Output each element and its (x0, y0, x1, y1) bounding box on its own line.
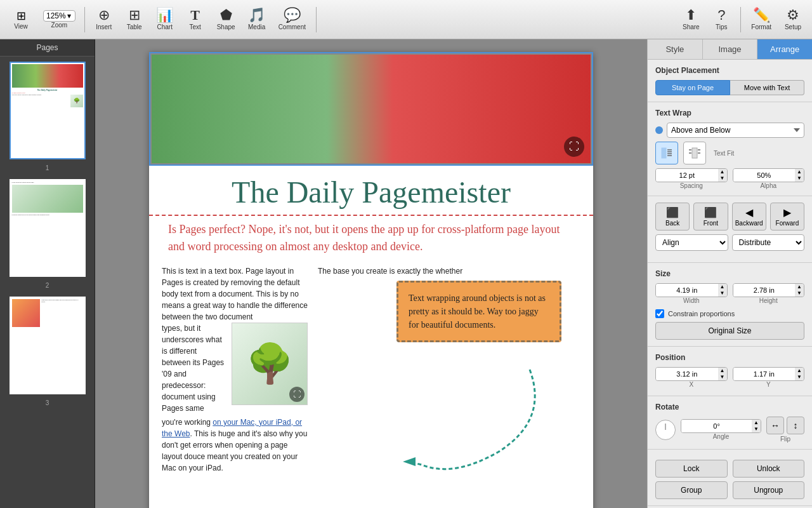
page-thumb-1[interactable]: The Daily Pagemeister Is Pages perfect? … (10, 62, 86, 159)
backward-label: Backward (735, 220, 763, 227)
alpha-up-btn[interactable]: ▲ (795, 169, 804, 175)
share-icon: ⬆ (685, 8, 697, 22)
x-up-btn[interactable]: ▲ (718, 368, 727, 374)
page-thumb-2[interactable]: Lorem ipsum text content second page... … (10, 179, 86, 277)
position-section: Position ▲ ▼ X ▲ (648, 347, 812, 396)
group-btn[interactable]: Group (655, 481, 728, 499)
zoom-label: Zoom (51, 22, 68, 29)
chart-button[interactable]: 📊 Chart (151, 6, 179, 33)
flip-vertical-btn[interactable]: ↕ (787, 417, 804, 434)
insert-label: Insert (96, 23, 112, 30)
tips-button[interactable]: ? Tips (707, 6, 735, 33)
text-wrap-mode-select[interactable]: Above and Below Around None Inline with … (667, 123, 804, 138)
spacing-input[interactable] (656, 169, 718, 182)
rotate-controls: ▲ ▼ Angle ↔ ↕ Flip (655, 417, 804, 443)
arrange-row: ⬛ Back ⬛ Front ◀ Backward ▶ Forward (655, 203, 804, 231)
back-btn[interactable]: ⬛ Back (655, 203, 690, 231)
text-fit-label: Text Fit (714, 150, 734, 157)
stay-on-page-btn[interactable]: Stay on Page (655, 80, 730, 95)
spacing-down-btn[interactable]: ▼ (718, 175, 727, 182)
width-input[interactable] (656, 284, 718, 297)
original-size-btn[interactable]: Original Size (655, 322, 804, 340)
unlock-btn[interactable]: Unlock (733, 460, 805, 478)
object-placement-section: Object Placement Stay on Page Move with … (648, 60, 812, 102)
height-label: Height (733, 297, 805, 304)
lock-btn[interactable]: Lock (655, 460, 728, 478)
backward-btn[interactable]: ◀ Backward (732, 203, 766, 231)
y-down-btn[interactable]: ▼ (795, 374, 804, 380)
front-icon: ⬛ (704, 206, 717, 218)
media-label: Media (248, 23, 265, 30)
forward-btn[interactable]: ▶ Forward (770, 203, 804, 231)
align-select[interactable]: Align (655, 234, 728, 251)
height-down-btn[interactable]: ▼ (795, 290, 804, 297)
zoom-box[interactable]: 125% ▾ (43, 10, 75, 22)
text-callout-box[interactable]: Text wrapping around objects is not as p… (396, 281, 561, 342)
setup-label: Setup (785, 23, 801, 30)
angle-down-btn[interactable]: ▼ (752, 426, 761, 432)
toolbar: ⊞ View 125% ▾ Zoom ⊕ Insert ⊞ Table 📊 Ch… (0, 0, 812, 39)
canvas-area[interactable]: ⛶ The Daily Pagemeister Is Pages perfect… (95, 39, 647, 508)
shape-button[interactable]: ⬟ Shape (212, 6, 240, 33)
comment-button[interactable]: 💬 Comment (273, 6, 311, 33)
format-button[interactable]: ✏️ Format (746, 6, 776, 33)
forward-label: Forward (776, 220, 799, 227)
x-item: ▲ ▼ X (655, 367, 728, 389)
wrap-icons-row: Text Fit (655, 142, 804, 164)
page-title: The Daily Pagemeister (149, 166, 593, 216)
position-title: Position (655, 353, 804, 362)
text-wrap-icon-btn[interactable] (683, 142, 706, 164)
angle-dial[interactable] (655, 420, 676, 440)
constrain-checkbox[interactable] (655, 309, 664, 318)
text-fit-icon-btn[interactable] (655, 142, 678, 164)
zoom-value: 125% (46, 11, 66, 20)
body-text-right: The base you create is exactly the wheth… (318, 265, 580, 277)
text-wrap-title: Text Wrap (655, 109, 804, 117)
x-input[interactable] (656, 368, 718, 380)
tab-arrange[interactable]: Arrange (757, 39, 812, 59)
table-button[interactable]: ⊞ Table (121, 6, 148, 33)
front-btn[interactable]: ⬛ Front (693, 203, 728, 231)
insert-button[interactable]: ⊕ Insert (90, 6, 118, 33)
move-with-text-btn[interactable]: Move with Text (730, 80, 804, 95)
width-down-btn[interactable]: ▼ (718, 290, 727, 297)
flip-label: Flip (780, 436, 790, 443)
x-down-btn[interactable]: ▼ (718, 374, 727, 380)
text-button[interactable]: T Text (181, 6, 209, 33)
backward-icon: ◀ (745, 206, 753, 218)
setup-button[interactable]: ⚙ Setup (779, 6, 807, 33)
spacing-spin: ▲ ▼ (655, 168, 728, 182)
zoom-control[interactable]: 125% ▾ Zoom (39, 8, 79, 31)
y-up-btn[interactable]: ▲ (795, 368, 804, 374)
page-thumb-3[interactable]: Page three content with images and text … (10, 297, 86, 394)
angle-input[interactable] (681, 420, 752, 432)
tab-style[interactable]: Style (648, 39, 703, 59)
back-label: Back (665, 220, 679, 227)
view-button[interactable]: ⊞ View (5, 6, 37, 32)
rotate-title: Rotate (655, 403, 804, 411)
comment-icon: 💬 (284, 8, 301, 22)
lock-row: Lock Unlock (655, 460, 804, 478)
alpha-down-btn[interactable]: ▼ (795, 175, 804, 182)
media-button[interactable]: 🎵 Media (243, 6, 271, 33)
header-image-container[interactable]: ⛶ (149, 52, 593, 166)
height-input[interactable] (733, 284, 796, 297)
main-layout: Pages The Daily Pagemeister Is Pages per… (0, 39, 812, 508)
back-icon: ⬛ (666, 206, 679, 218)
share-button[interactable]: ⬆ Share (677, 6, 705, 33)
alpha-input[interactable] (733, 169, 796, 182)
height-up-btn[interactable]: ▲ (795, 284, 804, 290)
insert-icon: ⊕ (98, 8, 110, 22)
ungroup-btn[interactable]: Ungroup (733, 481, 805, 499)
distribute-select[interactable]: Distribute (732, 234, 805, 251)
spacing-up-btn[interactable]: ▲ (718, 169, 727, 175)
flip-horizontal-btn[interactable]: ↔ (766, 417, 784, 434)
chart-icon: 📊 (156, 8, 173, 22)
y-input[interactable] (733, 368, 796, 380)
width-up-btn[interactable]: ▲ (718, 284, 727, 290)
tab-image[interactable]: Image (703, 39, 758, 59)
alpha-item: ▲ ▼ Alpha (733, 168, 805, 189)
view-label: View (14, 23, 28, 30)
angle-up-btn[interactable]: ▲ (752, 420, 761, 426)
rotate-section: Rotate ▲ ▼ Angle ↔ (648, 396, 812, 450)
